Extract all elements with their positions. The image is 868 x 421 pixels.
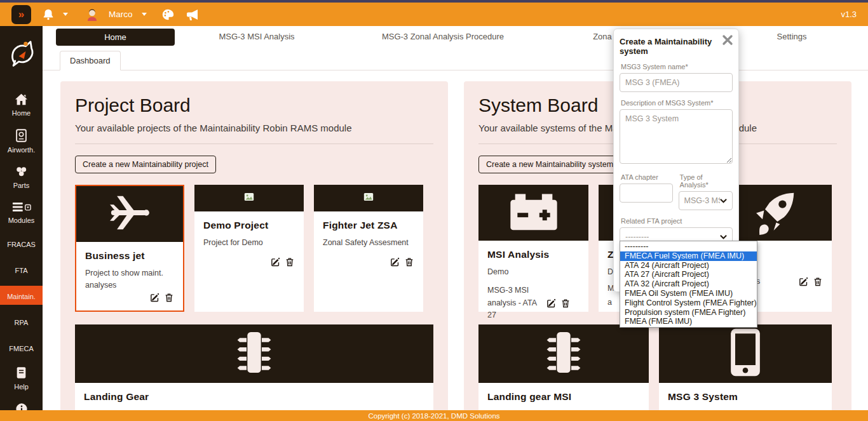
modal-title: Create a Maintainability system — [620, 35, 721, 56]
divider — [75, 144, 433, 144]
modules-icon — [12, 201, 31, 214]
project-board-subtitle: Your available projects of the Maintaina… — [75, 123, 433, 133]
microchip-icon — [543, 326, 584, 381]
delete-icon[interactable] — [813, 276, 823, 287]
module-nav: Home MSG-3 MSI Analysis MSG-3 Zonal Anal… — [43, 26, 868, 48]
dropdown-option[interactable]: Propulsion system (FMEA Fighter) — [620, 308, 757, 317]
card-image — [194, 185, 304, 211]
card-image — [76, 186, 183, 242]
sidebar-item-modules[interactable]: Modules — [0, 199, 43, 227]
dropdown-option[interactable]: FMEA (FMEA IMU) — [620, 317, 757, 326]
edit-icon[interactable] — [149, 292, 160, 303]
card-image — [659, 324, 832, 383]
sidebar-item-airworthiness[interactable]: Airworth. — [0, 126, 43, 156]
dropdown-option[interactable]: ATA 24 (Aircraft Project) — [620, 261, 757, 271]
project-card-landing-gear[interactable]: Landing Gear Landing Gear project — [75, 324, 433, 421]
dropdown-option[interactable]: Flight Control System (FMEA Fighter) — [620, 298, 757, 308]
delete-icon[interactable] — [164, 292, 174, 303]
parts-icon — [15, 166, 28, 179]
ata-chapter-label: ATA chapter — [621, 173, 673, 181]
delete-icon[interactable] — [285, 257, 295, 267]
bell-icon[interactable] — [41, 8, 55, 22]
card-body: MSI Analysis Demo MSG-3 MSI analysis - A… — [478, 241, 588, 330]
project-board-panel: Project Board Your available projects of… — [60, 81, 448, 421]
create-project-button[interactable]: Create a new Maintainability project — [75, 156, 216, 173]
card-image — [75, 324, 433, 383]
tab-zonal[interactable]: Zona — [593, 32, 612, 41]
delete-icon[interactable] — [560, 298, 571, 309]
close-icon[interactable] — [721, 34, 734, 49]
tab-home[interactable]: Home — [56, 29, 175, 46]
sidebar-item-maintainability[interactable]: Maintain. — [0, 286, 43, 305]
copyright-text: Copyright (c) 2018-2021, DMD Solutions — [368, 412, 499, 420]
user-menu-label[interactable]: Marco — [109, 10, 133, 19]
create-system-button[interactable]: Create a new Maintainability system — [478, 156, 621, 173]
help-book-icon — [16, 366, 27, 380]
dropdown-option[interactable]: ATA 27 (Aircraft Project) — [620, 270, 757, 279]
tab-dashboard[interactable]: Dashboard — [60, 51, 121, 70]
sidebar-item-rpa[interactable]: RPA — [0, 312, 43, 331]
project-card-business-jet[interactable]: Business jet Project to show maint. anal… — [75, 185, 184, 312]
system-name-input[interactable] — [620, 73, 733, 92]
theme-palette-icon[interactable] — [161, 8, 175, 22]
tab-settings[interactable]: Settings — [777, 32, 807, 41]
type-of-analysis-select[interactable]: MSG-3 MS — [679, 191, 733, 210]
fmea-project-dropdown: --------- FMECA Fuel System (FMEA IMU) A… — [620, 241, 757, 328]
dropdown-option[interactable]: ATA 32 (Aircraft Project) — [620, 279, 757, 289]
dropdown-option[interactable]: FMEA Oil System (FMEA IMU) — [620, 289, 757, 298]
sidebar-item-fracas[interactable]: FRACAS — [0, 234, 43, 253]
sidebar-toggle-button[interactable]: » — [11, 5, 31, 24]
app-version: v1.3 — [841, 10, 857, 19]
system-card-landing-gear-msi[interactable]: Landing gear MSI MSI — [478, 324, 649, 421]
broken-image-icon — [244, 192, 254, 204]
avatar[interactable] — [85, 7, 100, 22]
edit-icon[interactable] — [270, 257, 281, 267]
project-cards: Business jet Project to show maint. anal… — [75, 185, 433, 421]
tablet-icon — [727, 327, 764, 380]
card-body: Demo Project Project for Demo — [194, 211, 304, 312]
sidebar-item-fmeca[interactable]: FMECA — [0, 338, 43, 357]
sidebar: Home Airworth. Parts Modules FRACAS FTA … — [0, 26, 43, 421]
type-of-analysis-label: Type of Analysis* — [680, 173, 733, 189]
edit-icon[interactable] — [546, 298, 557, 309]
chevron-down-icon — [720, 196, 727, 205]
microchip-icon — [234, 326, 275, 381]
chevron-down-icon — [720, 232, 727, 241]
sidebar-item-parts[interactable]: Parts — [0, 163, 43, 192]
battery-icon — [505, 190, 563, 235]
system-card-msg3-system[interactable]: MSG 3 System This is an MSG3 System — [659, 324, 832, 421]
project-card-fighter-jet[interactable]: Fighter Jet ZSA Zonal Safety Assesment — [314, 185, 423, 312]
announcements-megaphone-icon[interactable] — [185, 7, 200, 22]
system-card-msi-analysis[interactable]: MSI Analysis Demo MSG-3 MSI analysis - A… — [478, 185, 588, 312]
broken-image-icon — [363, 192, 374, 204]
user-caret-icon[interactable] — [142, 13, 147, 16]
passport-icon — [16, 129, 27, 144]
delete-icon[interactable] — [404, 257, 414, 267]
ata-chapter-input[interactable] — [620, 184, 673, 203]
subtab-row: Dashboard — [43, 48, 868, 70]
card-body: Fighter Jet ZSA Zonal Safety Assesment — [314, 211, 423, 312]
edit-icon[interactable] — [798, 276, 809, 287]
sidebar-item-home[interactable]: Home — [0, 91, 43, 119]
sidebar-item-fta[interactable]: FTA — [0, 260, 43, 279]
related-fta-label: Related FTA project — [621, 217, 733, 225]
system-description-textarea[interactable]: MSG 3 System — [620, 109, 733, 164]
edit-icon[interactable] — [390, 257, 400, 267]
dropdown-option-highlighted[interactable]: FMECA Fuel System (FMEA IMU) — [620, 251, 757, 261]
sidebar-item-help[interactable]: Help — [0, 364, 43, 393]
tab-msg3-msi-analysis[interactable]: MSG-3 MSI Analysis — [219, 32, 294, 41]
rocket-icon — [752, 188, 799, 237]
topbar: » Marco v1.3 — [0, 3, 868, 26]
project-card-demo[interactable]: Demo Project Project for Demo — [194, 185, 304, 312]
plane-icon — [95, 190, 164, 237]
home-icon — [15, 93, 28, 107]
dropdown-option[interactable]: --------- — [620, 242, 757, 251]
project-board-title: Project Board — [75, 95, 433, 116]
name-label: MSG3 System name* — [621, 63, 733, 70]
footer: Copyright (c) 2018-2021, DMD Solutions — [0, 410, 868, 421]
main-area: Home MSG-3 MSI Analysis MSG-3 Zonal Anal… — [43, 26, 868, 421]
bell-caret-icon[interactable] — [63, 13, 68, 16]
card-image — [478, 185, 588, 241]
card-image — [314, 185, 423, 211]
tab-msg3-zonal-analysis[interactable]: MSG-3 Zonal Analysis Procedure — [382, 32, 504, 41]
